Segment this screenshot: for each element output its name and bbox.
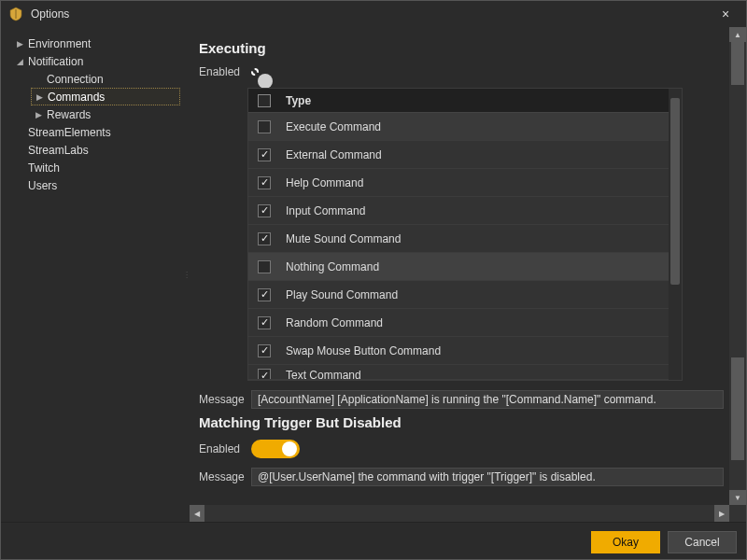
command-checkbox[interactable] <box>258 120 271 133</box>
command-row[interactable]: Nothing Command <box>248 253 682 281</box>
command-checkbox[interactable] <box>258 260 271 273</box>
executing-message-label: Message <box>199 393 251 406</box>
scroll-up-icon[interactable]: ▲ <box>729 27 746 42</box>
matching-enabled-toggle[interactable] <box>251 440 300 458</box>
command-row[interactable]: Input Command <box>248 197 682 225</box>
command-type-list: Type ▲ Execute Command External Command … <box>247 88 683 381</box>
matching-message-input[interactable] <box>251 468 724 486</box>
scrollbar-thumb[interactable] <box>670 98 680 285</box>
command-label: Help Command <box>280 176 682 189</box>
command-row[interactable]: External Command <box>248 141 682 169</box>
command-label: Play Sound Command <box>280 288 682 301</box>
command-type-header[interactable]: Type <box>280 94 663 107</box>
command-row[interactable]: Help Command <box>248 169 682 197</box>
command-label: Swap Mouse Button Command <box>280 344 682 357</box>
command-row[interactable]: Execute Command <box>248 113 682 141</box>
command-checkbox[interactable] <box>258 204 271 217</box>
sidebar-item-rewards[interactable]: ▶ Rewards <box>31 105 180 123</box>
chevron-right-icon: ▶ <box>14 39 25 49</box>
scroll-corner <box>729 505 746 522</box>
sidebar-item-connection[interactable]: Connection <box>31 70 180 88</box>
executing-enabled-highlight <box>251 68 259 76</box>
sidebar-tree: ▶ Environment ◢ Notification Connection … <box>1 27 184 522</box>
matching-message-label: Message <box>199 470 251 483</box>
command-row[interactable]: Text Command <box>248 365 682 380</box>
command-checkbox[interactable] <box>258 176 271 189</box>
chevron-right-icon: ▶ <box>33 110 44 119</box>
command-checkbox[interactable] <box>258 148 271 161</box>
matching-enabled-label: Enabled <box>199 442 251 455</box>
sidebar-item-streamelements[interactable]: StreamElements <box>14 123 180 141</box>
command-label: Execute Command <box>280 120 682 133</box>
dialog-footer: Okay Cancel <box>1 522 746 560</box>
content-horizontal-scrollbar[interactable]: ◀ ▶ <box>190 505 729 522</box>
toggle-knob-icon <box>282 441 297 456</box>
close-button[interactable]: × <box>712 1 739 27</box>
sidebar-item-commands[interactable]: ▶ Commands <box>31 88 180 105</box>
command-label: Input Command <box>280 204 682 217</box>
sidebar-item-streamlabs[interactable]: StreamLabs <box>14 141 180 159</box>
toggle-knob-icon <box>258 74 273 89</box>
command-row[interactable]: Swap Mouse Button Command <box>248 337 682 365</box>
sidebar-item-environment[interactable]: ▶ Environment <box>14 35 180 52</box>
executing-heading: Executing <box>199 40 724 56</box>
command-label: External Command <box>280 148 682 161</box>
command-checkbox[interactable] <box>258 344 271 357</box>
command-label: Nothing Command <box>280 260 682 273</box>
content-pane: Executing Enabled Type ▲ <box>190 27 746 522</box>
select-all-checkbox[interactable] <box>258 94 271 107</box>
cancel-button[interactable]: Cancel <box>668 531 737 553</box>
scrollbar-thumb[interactable] <box>731 357 744 460</box>
content-vertical-scrollbar[interactable]: ▲ ▼ <box>729 27 746 505</box>
command-row[interactable]: Random Command <box>248 309 682 337</box>
command-row[interactable]: Play Sound Command <box>248 281 682 309</box>
command-label: Random Command <box>280 316 682 329</box>
app-icon <box>8 7 23 21</box>
window-title: Options <box>31 7 712 21</box>
command-checkbox[interactable] <box>258 232 271 245</box>
executing-enabled-label: Enabled <box>199 65 251 78</box>
chevron-down-icon: ◢ <box>14 57 25 66</box>
scroll-right-icon[interactable]: ▶ <box>714 505 729 522</box>
chevron-right-icon: ▶ <box>34 92 45 102</box>
command-list-header[interactable]: Type ▲ <box>248 89 682 113</box>
sidebar-item-twitch[interactable]: Twitch <box>14 159 180 176</box>
command-row[interactable]: Mute Sound Command <box>248 225 682 253</box>
scrollbar-track[interactable] <box>729 42 746 490</box>
command-label: Mute Sound Command <box>280 232 682 245</box>
command-label: Text Command <box>280 369 682 380</box>
titlebar: Options × <box>1 1 746 27</box>
command-checkbox[interactable] <box>258 316 271 329</box>
matching-heading: Matching Trigger But Disabled <box>199 414 724 430</box>
command-list-scrollbar[interactable] <box>669 89 682 380</box>
scroll-left-icon[interactable]: ◀ <box>190 505 204 522</box>
sidebar-item-users[interactable]: Users <box>14 176 180 194</box>
command-checkbox[interactable] <box>258 369 271 380</box>
scrollbar-thumb[interactable] <box>731 42 744 85</box>
executing-message-input[interactable] <box>251 390 724 409</box>
okay-button[interactable]: Okay <box>591 531 660 553</box>
command-checkbox[interactable] <box>258 288 271 301</box>
scroll-down-icon[interactable]: ▼ <box>729 490 746 505</box>
sidebar-item-notification[interactable]: ◢ Notification <box>14 52 180 70</box>
